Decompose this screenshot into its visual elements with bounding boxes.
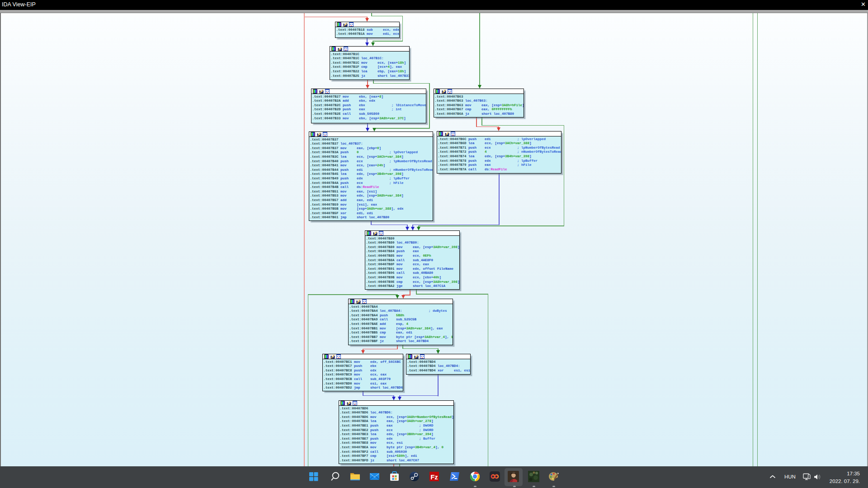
svg-text:Fz: Fz (430, 473, 438, 481)
